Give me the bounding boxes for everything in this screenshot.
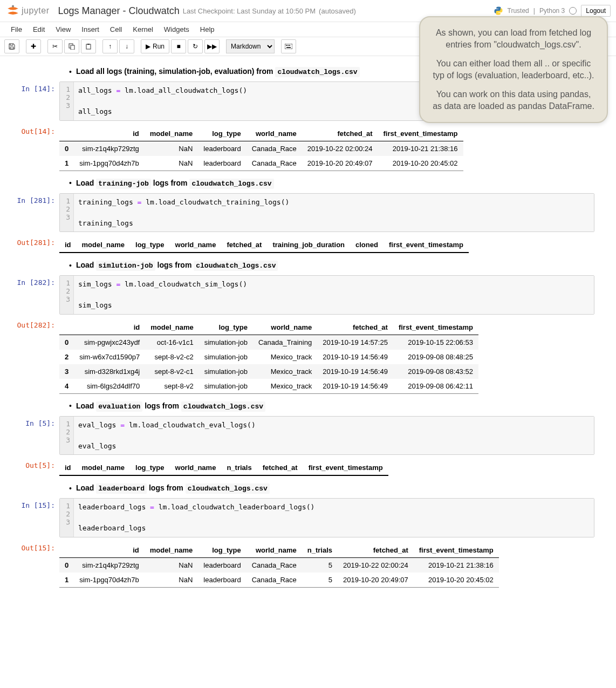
command-palette-button[interactable] xyxy=(281,39,296,53)
svg-rect-5 xyxy=(285,44,292,49)
output-prompt: Out[14]: xyxy=(5,124,59,171)
menu-help[interactable]: Help xyxy=(195,22,220,37)
output-prompt: Out[5]: xyxy=(5,458,59,476)
input-prompt: In [14]: xyxy=(5,81,59,121)
output-prompt: Out[282]: xyxy=(5,318,59,394)
run-button[interactable]: ▶Run xyxy=(141,39,169,53)
svg-rect-9 xyxy=(286,47,291,48)
kernel-indicator-icon xyxy=(569,7,577,15)
notebook-title[interactable]: Logs Manager - Cloudwatch xyxy=(58,5,180,17)
markdown-cell[interactable]: •Load evaluation logs from cloudwatch_lo… xyxy=(65,401,594,411)
add-cell-button[interactable]: ✚ xyxy=(26,39,41,53)
code-input[interactable]: 123 eval_logs = lm.load_cloudwatch_eval_… xyxy=(59,416,594,455)
menu-edit[interactable]: Edit xyxy=(28,22,50,37)
restart-button[interactable]: ↻ xyxy=(188,39,203,53)
cell-type-select[interactable]: Markdown xyxy=(226,39,275,53)
menu-cell[interactable]: Cell xyxy=(105,22,127,37)
markdown-cell[interactable]: •Load training-job logs from cloudwatch_… xyxy=(65,179,594,188)
menu-widgets[interactable]: Widgets xyxy=(159,22,195,37)
output-cell: Out[5]: idmodel_namelog_typeworld_namen_… xyxy=(5,458,594,476)
svg-rect-4 xyxy=(87,44,90,45)
tooltip-text: As shown, you can load from fetched log … xyxy=(431,27,596,51)
jupyter-logo[interactable]: jupyter xyxy=(5,3,50,18)
copy-button[interactable] xyxy=(64,39,79,53)
stop-button[interactable]: ■ xyxy=(171,39,186,53)
trusted-label[interactable]: Trusted xyxy=(508,7,529,15)
python-icon xyxy=(494,6,503,16)
paste-button[interactable] xyxy=(81,39,96,53)
markdown-cell[interactable]: •Load leaderboard logs from cloudwatch_l… xyxy=(65,483,594,493)
svg-rect-7 xyxy=(288,45,289,46)
output-cell: Out[282]: idmodel_namelog_typeworld_name… xyxy=(5,318,594,394)
tooltip-text: You can either load them all .. or speci… xyxy=(431,58,596,82)
move-down-button[interactable]: ↓ xyxy=(119,39,134,53)
checkpoint-text: Last Checkpoint: Last Sunday at 10:50 PM xyxy=(183,7,316,15)
save-button[interactable] xyxy=(4,39,19,53)
dataframe-table: idmodel_namelog_typeworld_namen_trialsfe… xyxy=(59,543,499,588)
code-cell[interactable]: In [281]: 123 training_logs = lm.load_cl… xyxy=(5,193,594,233)
code-input[interactable]: 123 training_logs = lm.load_cloudwatch_t… xyxy=(59,193,594,233)
svg-rect-2 xyxy=(71,45,74,50)
help-tooltip: As shown, you can load from fetched log … xyxy=(419,16,608,123)
output-prompt: Out[15]: xyxy=(5,541,59,588)
line-gutter: 123 xyxy=(60,82,74,120)
input-prompt: In [5]: xyxy=(5,416,59,455)
dataframe-table: idmodel_namelog_typeworld_namefetched_at… xyxy=(59,237,469,253)
move-up-button[interactable]: ↑ xyxy=(102,39,118,53)
code-cell[interactable]: In [282]: 123 sim_logs = lm.load_cloudwa… xyxy=(5,275,594,315)
code-input[interactable]: 123 leaderboard_logs = lm.load_cloudwatc… xyxy=(59,498,594,537)
output-cell: Out[15]: idmodel_namelog_typeworld_namen… xyxy=(5,541,594,588)
code-cell[interactable]: In [15]: 123 leaderboard_logs = lm.load_… xyxy=(5,498,594,537)
menu-view[interactable]: View xyxy=(50,22,76,37)
autosaved-text: (autosaved) xyxy=(319,7,356,15)
input-prompt: In [281]: xyxy=(5,193,59,233)
menu-kernel[interactable]: Kernel xyxy=(127,22,159,37)
code-cell[interactable]: In [5]: 123 eval_logs = lm.load_cloudwat… xyxy=(5,416,594,455)
output-cell: Out[14]: idmodel_namelog_typeworld_namef… xyxy=(5,124,594,171)
fast-forward-button[interactable]: ▶▶ xyxy=(204,39,220,53)
markdown-cell[interactable]: •Load simlution-job logs from cloudwatch… xyxy=(65,261,594,270)
dataframe-table: idmodel_namelog_typeworld_namen_trialsfe… xyxy=(59,460,388,476)
dataframe-table: idmodel_namelog_typeworld_namefetched_at… xyxy=(59,320,478,394)
kernel-label[interactable]: Python 3 xyxy=(539,7,565,15)
output-prompt: Out[281]: xyxy=(5,235,59,253)
notebook-body: •Load all logs (training, simulation-job… xyxy=(0,56,616,617)
svg-rect-8 xyxy=(289,45,290,46)
svg-rect-3 xyxy=(86,44,91,49)
menu-file[interactable]: File xyxy=(5,22,28,37)
tooltip-text: You can work on this data using pandas, … xyxy=(431,88,596,113)
dataframe-table: idmodel_namelog_typeworld_namefetched_at… xyxy=(59,126,463,171)
output-cell: Out[281]: idmodel_namelog_typeworld_name… xyxy=(5,235,594,253)
cut-button[interactable]: ✂ xyxy=(47,39,63,53)
input-prompt: In [15]: xyxy=(5,498,59,537)
svg-rect-6 xyxy=(286,45,287,46)
code-input[interactable]: 123 sim_logs = lm.load_cloudwatch_sim_lo… xyxy=(59,275,594,315)
input-prompt: In [282]: xyxy=(5,275,59,315)
logout-button[interactable]: Logout xyxy=(581,5,611,17)
menu-insert[interactable]: Insert xyxy=(76,22,105,37)
